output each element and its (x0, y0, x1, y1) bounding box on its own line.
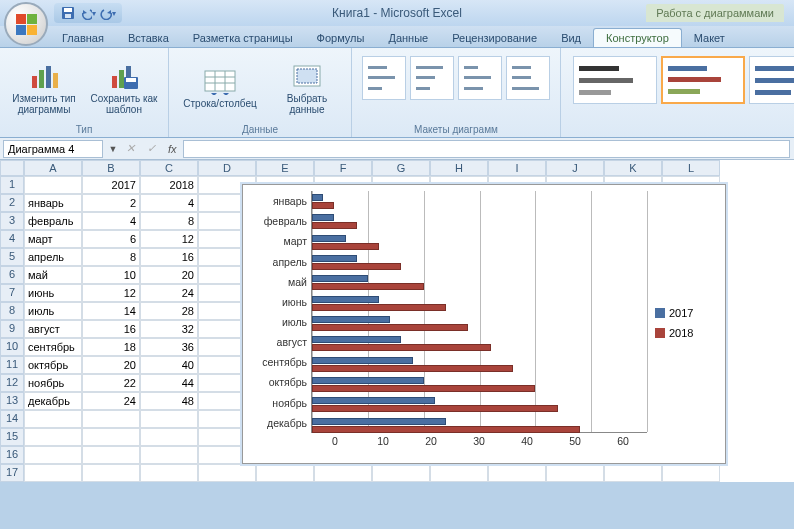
cell-C10[interactable]: 36 (140, 338, 198, 356)
switch-row-col-button[interactable]: Строка/столбец (177, 62, 263, 112)
bar-2018[interactable] (312, 304, 446, 311)
bar-2018[interactable] (312, 385, 535, 392)
cell-A2[interactable]: январь (24, 194, 82, 212)
bar-2018[interactable] (312, 324, 468, 331)
bar-2018[interactable] (312, 263, 401, 270)
cell-C2[interactable]: 4 (140, 194, 198, 212)
style-option-1[interactable] (573, 56, 657, 104)
worksheet[interactable]: ABCDEFGHIJKL1201720182январь243февраль48… (0, 160, 794, 482)
cancel-formula-icon[interactable]: ✕ (120, 142, 141, 155)
cell-B16[interactable] (82, 446, 140, 464)
legend-item-2018[interactable]: 2018 (655, 327, 717, 339)
bar-2017[interactable] (312, 316, 390, 323)
col-header-A[interactable]: A (24, 160, 82, 176)
bar-2017[interactable] (312, 194, 323, 201)
cell-J17[interactable] (546, 464, 604, 482)
col-header-I[interactable]: I (488, 160, 546, 176)
cell-A4[interactable]: март (24, 230, 82, 248)
cell-L17[interactable] (662, 464, 720, 482)
cell-C4[interactable]: 12 (140, 230, 198, 248)
cell-B9[interactable]: 16 (82, 320, 140, 338)
chart-legend[interactable]: 2017 2018 (647, 191, 717, 455)
cell-C15[interactable] (140, 428, 198, 446)
bar-2018[interactable] (312, 405, 558, 412)
cell-E17[interactable] (256, 464, 314, 482)
cell-A17[interactable] (24, 464, 82, 482)
chart-object[interactable]: январьфевральмартапрельмайиюньиюльавгуст… (242, 184, 726, 464)
cell-B3[interactable]: 4 (82, 212, 140, 230)
cell-A16[interactable] (24, 446, 82, 464)
cell-B10[interactable]: 18 (82, 338, 140, 356)
col-header-K[interactable]: K (604, 160, 662, 176)
row-header-10[interactable]: 10 (0, 338, 24, 356)
tab-formulas[interactable]: Формулы (305, 29, 377, 47)
row-header-1[interactable]: 1 (0, 176, 24, 194)
cell-C11[interactable]: 40 (140, 356, 198, 374)
row-header-11[interactable]: 11 (0, 356, 24, 374)
bar-2018[interactable] (312, 344, 491, 351)
row-header-8[interactable]: 8 (0, 302, 24, 320)
cell-B13[interactable]: 24 (82, 392, 140, 410)
cell-C3[interactable]: 8 (140, 212, 198, 230)
bar-2018[interactable] (312, 202, 334, 209)
save-template-button[interactable]: Сохранить как шаблон (88, 57, 160, 118)
layout-option-2[interactable] (410, 56, 454, 100)
cell-A14[interactable] (24, 410, 82, 428)
layout-option-4[interactable] (506, 56, 550, 100)
col-header-F[interactable]: F (314, 160, 372, 176)
cell-A6[interactable]: май (24, 266, 82, 284)
tab-data[interactable]: Данные (376, 29, 440, 47)
name-box[interactable]: Диаграмма 4 (3, 140, 103, 158)
cell-A7[interactable]: июнь (24, 284, 82, 302)
col-header-G[interactable]: G (372, 160, 430, 176)
cell-K17[interactable] (604, 464, 662, 482)
style-option-2[interactable] (661, 56, 745, 104)
row-header-5[interactable]: 5 (0, 248, 24, 266)
bar-2017[interactable] (312, 214, 334, 221)
row-header-6[interactable]: 6 (0, 266, 24, 284)
cell-A1[interactable] (24, 176, 82, 194)
cell-B2[interactable]: 2 (82, 194, 140, 212)
cell-D17[interactable] (198, 464, 256, 482)
cell-C17[interactable] (140, 464, 198, 482)
style-option-3[interactable] (749, 56, 794, 104)
col-header-C[interactable]: C (140, 160, 198, 176)
formula-input[interactable] (183, 140, 790, 158)
col-header-L[interactable]: L (662, 160, 720, 176)
redo-button[interactable]: ▾ (100, 5, 116, 21)
cell-B7[interactable]: 12 (82, 284, 140, 302)
bar-2017[interactable] (312, 235, 346, 242)
row-header-15[interactable]: 15 (0, 428, 24, 446)
cell-A3[interactable]: февраль (24, 212, 82, 230)
bar-2017[interactable] (312, 397, 435, 404)
cell-C13[interactable]: 48 (140, 392, 198, 410)
legend-item-2017[interactable]: 2017 (655, 307, 717, 319)
cell-B17[interactable] (82, 464, 140, 482)
bar-2017[interactable] (312, 357, 413, 364)
col-header-B[interactable]: B (82, 160, 140, 176)
tab-layout[interactable]: Макет (682, 29, 737, 47)
cell-F17[interactable] (314, 464, 372, 482)
bar-2018[interactable] (312, 426, 580, 433)
select-all-corner[interactable] (0, 160, 24, 176)
office-button[interactable] (4, 2, 48, 46)
row-header-2[interactable]: 2 (0, 194, 24, 212)
bar-2017[interactable] (312, 418, 446, 425)
row-header-7[interactable]: 7 (0, 284, 24, 302)
col-header-J[interactable]: J (546, 160, 604, 176)
cell-C6[interactable]: 20 (140, 266, 198, 284)
confirm-formula-icon[interactable]: ✓ (141, 142, 162, 155)
cell-C14[interactable] (140, 410, 198, 428)
cell-B11[interactable]: 20 (82, 356, 140, 374)
cell-C7[interactable]: 24 (140, 284, 198, 302)
cell-C12[interactable]: 44 (140, 374, 198, 392)
cell-B4[interactable]: 6 (82, 230, 140, 248)
tab-view[interactable]: Вид (549, 29, 593, 47)
cell-C9[interactable]: 32 (140, 320, 198, 338)
name-box-dropdown[interactable]: ▼ (106, 144, 120, 154)
chart-plot-area[interactable]: январьфевральмартапрельмайиюньиюльавгуст… (251, 191, 647, 455)
tab-review[interactable]: Рецензирование (440, 29, 549, 47)
row-header-9[interactable]: 9 (0, 320, 24, 338)
bar-2017[interactable] (312, 336, 401, 343)
change-chart-type-button[interactable]: Изменить тип диаграммы (8, 57, 80, 118)
